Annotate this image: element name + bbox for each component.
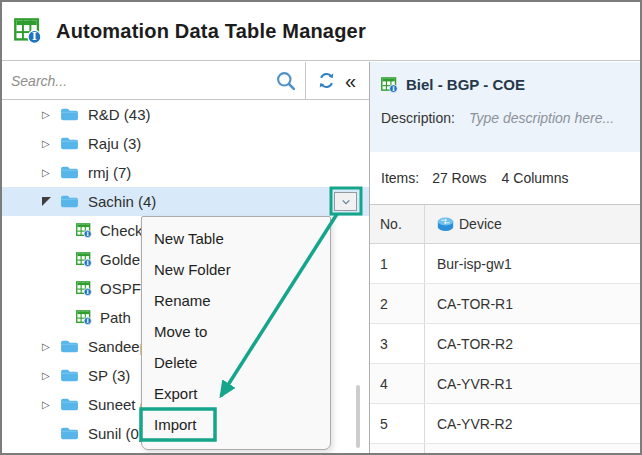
table-row[interactable]: 6 CN-PEK-R1	[370, 444, 640, 455]
expand-arrow-icon[interactable]	[42, 167, 60, 178]
rows-count: 27 Rows	[432, 170, 486, 186]
expand-arrow-icon[interactable]	[42, 109, 60, 120]
folder-icon	[60, 397, 79, 412]
app-header: Automation Data Table Manager	[2, 2, 640, 61]
chevron-down-icon	[338, 196, 354, 208]
tree-item-label: SP (3)	[88, 367, 130, 384]
table-row[interactable]: 1 Bur-isp-gw1	[370, 244, 640, 284]
search-input[interactable]	[2, 73, 275, 89]
device-icon	[437, 217, 454, 232]
folder-icon	[60, 136, 79, 151]
cell-no: 4	[370, 364, 425, 403]
cell-device: CA-YVR-R1	[425, 364, 640, 403]
table-row[interactable]: 3 CA-TOR-R2	[370, 324, 640, 364]
tree-item-label: OSPF	[100, 280, 141, 297]
table-title: Biel - BGP - COE	[406, 76, 525, 93]
device-table: No. Device 1 Bur-isp-gw1 2 CA-TOR-R1 3 C…	[370, 204, 640, 455]
tree-item-rmj[interactable]: rmj (7)	[2, 158, 369, 187]
table-row[interactable]: 4 CA-YVR-R1	[370, 364, 640, 404]
expand-arrow-icon[interactable]	[42, 370, 60, 381]
table-detail-panel: Biel - BGP - COE Description: Type descr…	[369, 62, 640, 453]
cell-device: CN-PEK-R1	[425, 444, 640, 455]
menu-item-rename[interactable]: Rename	[142, 285, 330, 316]
items-label: Items:	[381, 170, 419, 186]
sachin-dropdown-button[interactable]	[334, 192, 357, 211]
cell-device: CA-TOR-R2	[425, 324, 640, 363]
tree-item-label: Sandeep	[88, 338, 148, 355]
cell-device: Bur-isp-gw1	[425, 244, 640, 283]
column-header-device[interactable]: Device	[425, 205, 640, 243]
detail-header: Biel - BGP - COE Description: Type descr…	[370, 62, 640, 152]
cell-device: CA-YVR-R2	[425, 404, 640, 443]
tree-item-label: Sunil (0)	[88, 425, 144, 442]
expand-arrow-icon[interactable]	[42, 341, 60, 352]
columns-count: 4 Columns	[502, 170, 569, 186]
tree-item-label: Raju (3)	[88, 135, 141, 152]
column-header-no[interactable]: No.	[370, 205, 425, 243]
tree-item-label: R&D (43)	[88, 106, 151, 123]
tree-item-label: Check	[100, 222, 143, 239]
tree-item-rd[interactable]: R&D (43)	[2, 100, 369, 129]
tree-item-raju[interactable]: Raju (3)	[2, 129, 369, 158]
folder-icon	[60, 339, 79, 354]
folder-icon	[60, 426, 79, 441]
table-icon	[76, 281, 92, 296]
app-logo-table-icon	[14, 18, 42, 44]
cell-device: CA-TOR-R1	[425, 284, 640, 323]
tree-item-label: rmj (7)	[88, 164, 131, 181]
table-header-row: No. Device	[370, 205, 640, 244]
context-menu: New Table New Folder Rename Move to Dele…	[141, 216, 331, 450]
description-input[interactable]: Type description here...	[469, 110, 614, 126]
menu-item-new-table[interactable]: New Table	[142, 223, 330, 254]
items-summary: Items: 27 Rows 4 Columns	[370, 152, 640, 204]
table-icon	[76, 252, 92, 267]
menu-item-new-folder[interactable]: New Folder	[142, 254, 330, 285]
tree-item-sachin[interactable]: Sachin (4)	[2, 187, 369, 216]
page-title: Automation Data Table Manager	[56, 20, 366, 43]
menu-item-import[interactable]: Import	[142, 409, 330, 440]
table-row[interactable]: 5 CA-YVR-R2	[370, 404, 640, 444]
app-window: Automation Data Table Manager R&D (43) R…	[0, 0, 642, 455]
menu-item-move-to[interactable]: Move to	[142, 316, 330, 347]
folder-icon	[60, 107, 79, 122]
tree-item-label: Suneet (	[88, 396, 145, 413]
table-icon	[76, 310, 92, 325]
table-icon	[381, 77, 398, 93]
cell-no: 1	[370, 244, 425, 283]
search-toolbar	[2, 62, 369, 100]
tree-scrollbar-thumb[interactable]	[356, 385, 360, 448]
table-icon	[76, 223, 92, 238]
folder-icon	[60, 165, 79, 180]
collapse-arrow-icon[interactable]	[42, 197, 60, 206]
refresh-icon[interactable]	[317, 71, 336, 90]
cell-no: 5	[370, 404, 425, 443]
collapse-panel-icon[interactable]	[345, 71, 356, 91]
tree-item-label: Golde	[100, 251, 140, 268]
folder-icon	[60, 368, 79, 383]
cell-no: 6	[370, 444, 425, 455]
menu-item-export[interactable]: Export	[142, 378, 330, 409]
expand-arrow-icon[interactable]	[42, 399, 60, 410]
folder-icon	[60, 194, 79, 209]
cell-no: 2	[370, 284, 425, 323]
tree-item-label: Path	[100, 309, 131, 326]
cell-no: 3	[370, 324, 425, 363]
column-header-label: Device	[459, 216, 502, 232]
search-icon[interactable]	[275, 70, 297, 92]
expand-arrow-icon[interactable]	[42, 138, 60, 149]
table-row[interactable]: 2 CA-TOR-R1	[370, 284, 640, 324]
description-label: Description:	[381, 110, 455, 126]
tree-item-label: Sachin (4)	[88, 193, 156, 210]
menu-item-delete[interactable]: Delete	[142, 347, 330, 378]
toolbar-divider	[305, 62, 306, 100]
